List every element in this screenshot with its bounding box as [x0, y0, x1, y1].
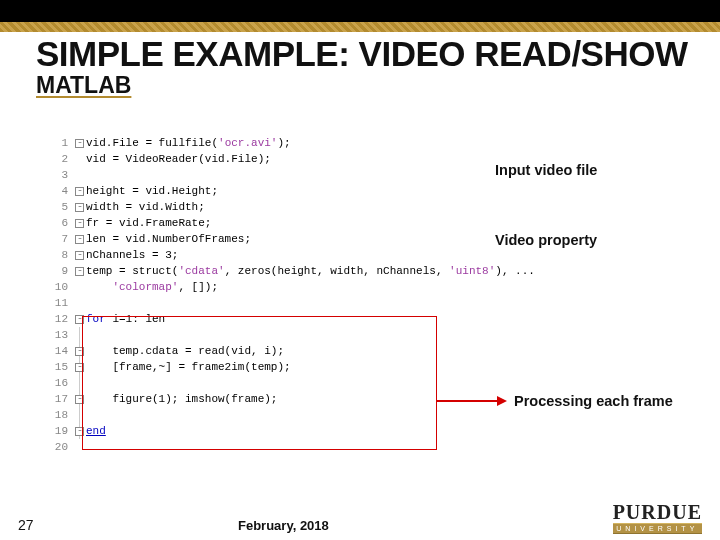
line-number: 11 — [50, 295, 72, 311]
line-number: 8 — [50, 247, 72, 263]
line-number: 9 — [50, 263, 72, 279]
logo-main: PURDUE — [613, 501, 702, 523]
code-line: 4height = vid.Height; — [50, 183, 680, 199]
annotation-input: Input video file — [495, 162, 597, 178]
purdue-logo: PURDUE UNIVERSITY — [613, 502, 702, 534]
loop-highlight-box — [82, 316, 437, 450]
header-stripe — [0, 22, 720, 32]
top-black-bar — [0, 0, 720, 22]
line-number: 18 — [50, 407, 72, 423]
code-line: 11 — [50, 295, 680, 311]
line-number: 2 — [50, 151, 72, 167]
line-number: 20 — [50, 439, 72, 455]
line-number: 6 — [50, 215, 72, 231]
annotation-processing: Processing each frame — [514, 393, 673, 409]
code-text: fr = vid.FrameRate; — [86, 215, 211, 231]
logo-banner: UNIVERSITY — [613, 523, 702, 534]
code-text: temp = struct('cdata', zeros(height, wid… — [86, 263, 535, 279]
arrow-processing — [437, 400, 497, 402]
line-number: 12 — [50, 311, 72, 327]
line-number: 17 — [50, 391, 72, 407]
code-line: 8nChannels = 3; — [50, 247, 680, 263]
line-number: 15 — [50, 359, 72, 375]
line-number: 14 — [50, 343, 72, 359]
code-text: len = vid.NumberOfFrames; — [86, 231, 251, 247]
line-number: 5 — [50, 199, 72, 215]
code-line: 10 'colormap', []); — [50, 279, 680, 295]
code-text: height = vid.Height; — [86, 183, 218, 199]
code-line: 5width = vid.Width; — [50, 199, 680, 215]
code-text: nChannels = 3; — [86, 247, 178, 263]
annotation-property: Video property — [495, 232, 597, 248]
page-number: 27 — [18, 517, 78, 533]
code-text: vid.File = fullfile('ocr.avi'); — [86, 135, 291, 151]
code-text: 'colormap', []); — [86, 279, 218, 295]
line-number: 4 — [50, 183, 72, 199]
line-number: 3 — [50, 167, 72, 183]
code-line: 9temp = struct('cdata', zeros(height, wi… — [50, 263, 680, 279]
footer-date: February, 2018 — [238, 518, 329, 533]
page-subtitle: MATLAB — [0, 73, 720, 98]
line-number: 13 — [50, 327, 72, 343]
page-title: SIMPLE EXAMPLE: VIDEO READ/SHOW — [0, 32, 720, 73]
arrow-head-processing — [497, 396, 507, 406]
line-number: 16 — [50, 375, 72, 391]
line-number: 10 — [50, 279, 72, 295]
line-number: 7 — [50, 231, 72, 247]
line-number: 19 — [50, 423, 72, 439]
code-text: width = vid.Width; — [86, 199, 205, 215]
code-line: 1vid.File = fullfile('ocr.avi'); — [50, 135, 680, 151]
code-line: 6fr = vid.FrameRate; — [50, 215, 680, 231]
logo-text: PURDUE — [613, 502, 702, 522]
code-text: vid = VideoReader(vid.File); — [86, 151, 271, 167]
line-number: 1 — [50, 135, 72, 151]
